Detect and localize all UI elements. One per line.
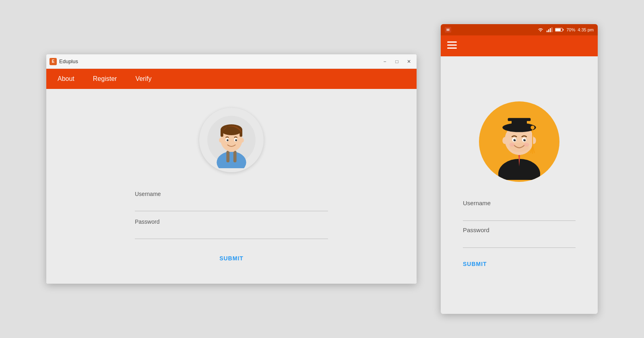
phone-toolbar xyxy=(441,35,598,56)
svg-rect-18 xyxy=(551,27,553,32)
svg-point-46 xyxy=(515,139,516,140)
status-right: 70% 4:35 pm xyxy=(537,27,594,32)
phone-statusbar: M 70% 4:35 pm xyxy=(441,24,598,35)
student-illustration xyxy=(205,112,258,168)
maximize-button[interactable]: □ xyxy=(392,57,401,66)
svg-point-33 xyxy=(531,137,536,144)
phone-password-underline xyxy=(463,247,576,248)
close-button[interactable]: ✕ xyxy=(405,57,413,66)
svg-point-14 xyxy=(241,138,244,143)
phone-submit-container: SUBMIT xyxy=(463,259,576,269)
graduate-illustration xyxy=(483,103,555,180)
login-form: Username Password SUBMIT xyxy=(135,184,328,265)
phone-username-underline xyxy=(463,221,576,221)
svg-point-11 xyxy=(227,139,229,141)
hamburger-menu-icon[interactable] xyxy=(447,41,457,50)
svg-point-12 xyxy=(235,139,237,141)
graduate-avatar xyxy=(479,101,559,182)
password-underline xyxy=(135,239,328,239)
phone-login-form: Username Password SUBMIT xyxy=(463,194,576,269)
phone-submit-button[interactable]: SUBMIT xyxy=(463,259,487,269)
window-titlebar: E Eduplus − □ ✕ xyxy=(46,54,417,69)
battery-icon xyxy=(555,27,564,32)
svg-rect-23 xyxy=(447,45,457,46)
menu-item-register[interactable]: Register xyxy=(90,74,120,84)
svg-rect-16 xyxy=(548,29,549,32)
svg-rect-3 xyxy=(233,151,237,163)
password-input[interactable] xyxy=(135,227,328,236)
svg-rect-17 xyxy=(550,28,551,32)
window-controls: − □ ✕ xyxy=(380,57,413,66)
status-left: M xyxy=(445,27,451,33)
wifi-icon xyxy=(537,27,544,32)
notification-letter: M xyxy=(446,28,450,32)
username-label: Username xyxy=(135,191,328,197)
svg-rect-2 xyxy=(226,151,229,163)
svg-point-48 xyxy=(509,143,514,146)
phone-username-label: Username xyxy=(463,200,576,206)
battery-percent: 70% xyxy=(566,27,575,32)
notification-icon: M xyxy=(445,27,451,33)
svg-point-49 xyxy=(524,143,529,146)
svg-rect-36 xyxy=(508,118,531,121)
svg-rect-20 xyxy=(563,29,564,31)
svg-point-44 xyxy=(514,139,516,141)
student-avatar xyxy=(199,108,264,172)
username-input[interactable] xyxy=(135,199,328,208)
svg-point-47 xyxy=(524,139,525,140)
svg-point-37 xyxy=(530,126,534,129)
minimize-button[interactable]: − xyxy=(380,57,389,66)
window-title: Eduplus xyxy=(59,58,78,64)
signal-icon xyxy=(546,27,553,32)
phone-password-input[interactable] xyxy=(463,235,576,245)
password-label: Password xyxy=(135,218,328,225)
status-time: 4:35 pm xyxy=(578,27,594,32)
desktop-window: E Eduplus − □ ✕ About Register Verify xyxy=(46,54,417,284)
titlebar-left: E Eduplus xyxy=(50,58,78,65)
window-menubar: About Register Verify xyxy=(46,69,417,89)
app-icon: E xyxy=(50,58,57,65)
mobile-phone: M 70% 4:35 pm xyxy=(441,24,598,314)
menu-lines-icon xyxy=(447,41,457,49)
submit-container: SUBMIT xyxy=(135,252,328,265)
svg-rect-22 xyxy=(447,41,457,43)
phone-password-label: Password xyxy=(463,227,576,233)
username-underline xyxy=(135,211,328,211)
svg-point-45 xyxy=(523,139,526,141)
svg-rect-24 xyxy=(447,47,457,49)
window-content: Username Password SUBMIT xyxy=(46,89,417,284)
menu-item-verify[interactable]: Verify xyxy=(132,74,155,84)
menu-item-about[interactable]: About xyxy=(54,74,78,84)
phone-content: Username Password SUBMIT xyxy=(441,56,598,314)
svg-point-13 xyxy=(219,138,222,143)
submit-button[interactable]: SUBMIT xyxy=(211,252,252,265)
svg-rect-21 xyxy=(555,29,561,31)
svg-rect-15 xyxy=(547,31,548,32)
phone-username-input[interactable] xyxy=(463,208,576,218)
svg-point-32 xyxy=(502,137,507,144)
